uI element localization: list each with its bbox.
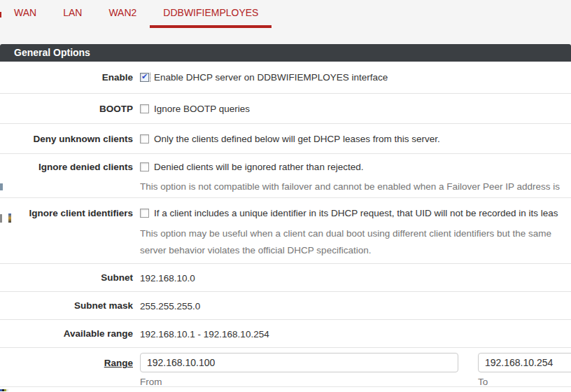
deny-unknown-clients-label: Deny unknown clients <box>0 134 133 144</box>
bootp-label: BOOTP <box>0 104 133 114</box>
ignore-denied-clients-help: This option is not compatible with failo… <box>140 178 571 195</box>
range-from-input[interactable] <box>140 353 458 372</box>
deny-unknown-clients-checkbox-label: Only the clients defined below will get … <box>154 134 440 144</box>
ignore-client-identifiers-help-line2: server behavior violates the official DH… <box>140 242 571 259</box>
subnet-mask-value: 255.255.255.0 <box>140 301 200 312</box>
bootp-checkbox-label: Ignore BOOTP queries <box>154 104 250 114</box>
deny-unknown-clients-checkbox[interactable] <box>140 134 149 144</box>
range-label: Range <box>0 353 133 368</box>
row-subnet-mask: Subnet mask 255.255.255.0 <box>0 292 571 320</box>
range-from-caption: From <box>140 377 458 387</box>
ignore-denied-clients-checkbox[interactable] <box>140 162 149 172</box>
dhcp-general-options-form: Enable Enable DHCP server on DDBWIFIEMPL… <box>0 62 571 387</box>
tab-wan[interactable]: WAN <box>1 1 50 28</box>
subnet-mask-label: Subnet mask <box>0 300 133 311</box>
panel-title-general-options: General Options <box>0 44 571 62</box>
interface-tabs: WAN LAN WAN2 DDBWIFIEMPLOYES <box>0 0 571 28</box>
row-subnet: Subnet 192.168.10.0 <box>0 264 571 292</box>
tab-lan[interactable]: LAN <box>50 1 95 28</box>
tab-ddbwifiemployes[interactable]: DDBWIFIEMPLOYES <box>150 1 272 28</box>
ignore-denied-clients-checkbox-label: Denied clients will be ignored rather th… <box>154 162 363 172</box>
ignore-client-identifiers-help-line1: This option may be useful when a client … <box>140 225 571 242</box>
ignore-client-identifiers-checkbox[interactable] <box>140 209 149 218</box>
available-range-label: Available range <box>0 328 133 339</box>
row-range: Range From To <box>0 348 571 387</box>
row-ignore-denied-clients: Ignore denied clients Denied clients wil… <box>0 154 571 198</box>
row-enable: Enable Enable DHCP server on DDBWIFIEMPL… <box>0 62 571 94</box>
enable-checkbox-label: Enable DHCP server on DDBWIFIEMPLOYES in… <box>154 72 388 83</box>
ignore-client-identifiers-checkbox-label: If a client includes a unique identifier… <box>154 208 558 218</box>
subnet-value: 192.168.10.0 <box>140 273 195 284</box>
row-bootp: BOOTP Ignore BOOTP queries <box>0 94 571 124</box>
range-to-input[interactable] <box>478 353 571 372</box>
crop-artifact-bottom-left <box>0 389 8 391</box>
tab-wan2[interactable]: WAN2 <box>95 1 150 28</box>
enable-label: Enable <box>0 72 133 83</box>
row-ignore-client-identifiers: Ignore client identifiers If a client in… <box>0 198 571 264</box>
range-to-caption: To <box>478 377 571 387</box>
bootp-checkbox[interactable] <box>140 104 149 113</box>
row-deny-unknown-clients: Deny unknown clients Only the clients de… <box>0 124 571 154</box>
ignore-denied-clients-label: Ignore denied clients <box>0 162 133 172</box>
available-range-value: 192.168.10.1 - 192.168.10.254 <box>140 329 269 340</box>
ignore-client-identifiers-label: Ignore client identifiers <box>0 208 133 218</box>
interface-tabs-bar: WAN LAN WAN2 DDBWIFIEMPLOYES <box>0 0 571 44</box>
row-available-range: Available range 192.168.10.1 - 192.168.1… <box>0 320 571 348</box>
enable-checkbox[interactable] <box>140 73 149 82</box>
subnet-label: Subnet <box>0 272 133 283</box>
